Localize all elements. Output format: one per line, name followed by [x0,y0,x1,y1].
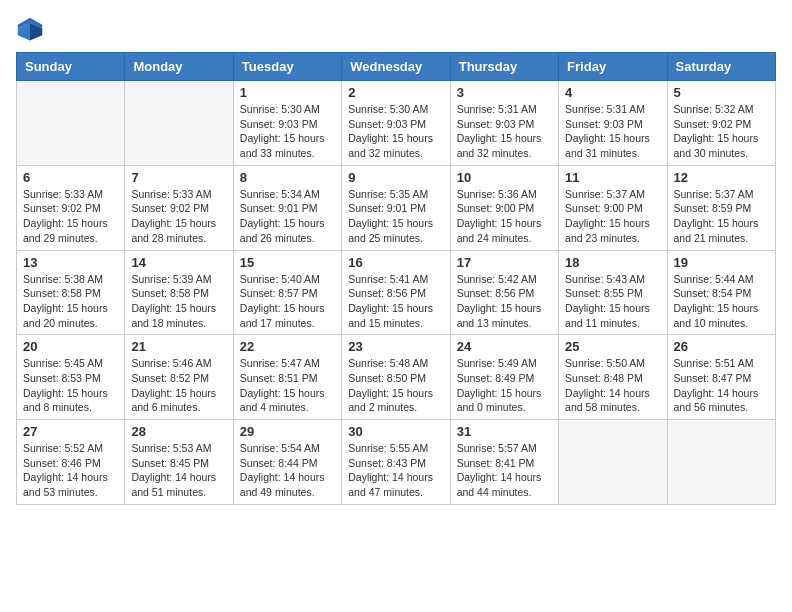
day-number: 11 [565,170,660,185]
day-info: Sunrise: 5:50 AMSunset: 8:48 PMDaylight:… [565,356,660,415]
day-info: Sunrise: 5:40 AMSunset: 8:57 PMDaylight:… [240,272,335,331]
day-number: 16 [348,255,443,270]
day-info: Sunrise: 5:42 AMSunset: 8:56 PMDaylight:… [457,272,552,331]
day-number: 28 [131,424,226,439]
calendar-cell: 21Sunrise: 5:46 AMSunset: 8:52 PMDayligh… [125,335,233,420]
day-info: Sunrise: 5:31 AMSunset: 9:03 PMDaylight:… [457,102,552,161]
day-info: Sunrise: 5:51 AMSunset: 8:47 PMDaylight:… [674,356,769,415]
day-info: Sunrise: 5:52 AMSunset: 8:46 PMDaylight:… [23,441,118,500]
calendar-cell: 15Sunrise: 5:40 AMSunset: 8:57 PMDayligh… [233,250,341,335]
calendar-week-row: 20Sunrise: 5:45 AMSunset: 8:53 PMDayligh… [17,335,776,420]
calendar-cell: 1Sunrise: 5:30 AMSunset: 9:03 PMDaylight… [233,81,341,166]
calendar-cell [667,420,775,505]
day-info: Sunrise: 5:39 AMSunset: 8:58 PMDaylight:… [131,272,226,331]
weekday-header-row: SundayMondayTuesdayWednesdayThursdayFrid… [17,53,776,81]
day-info: Sunrise: 5:43 AMSunset: 8:55 PMDaylight:… [565,272,660,331]
day-info: Sunrise: 5:32 AMSunset: 9:02 PMDaylight:… [674,102,769,161]
logo-icon [16,16,44,44]
calendar-table: SundayMondayTuesdayWednesdayThursdayFrid… [16,52,776,505]
day-info: Sunrise: 5:37 AMSunset: 8:59 PMDaylight:… [674,187,769,246]
day-number: 25 [565,339,660,354]
day-info: Sunrise: 5:53 AMSunset: 8:45 PMDaylight:… [131,441,226,500]
day-info: Sunrise: 5:55 AMSunset: 8:43 PMDaylight:… [348,441,443,500]
calendar-cell: 29Sunrise: 5:54 AMSunset: 8:44 PMDayligh… [233,420,341,505]
calendar-cell: 19Sunrise: 5:44 AMSunset: 8:54 PMDayligh… [667,250,775,335]
day-info: Sunrise: 5:34 AMSunset: 9:01 PMDaylight:… [240,187,335,246]
day-info: Sunrise: 5:31 AMSunset: 9:03 PMDaylight:… [565,102,660,161]
day-number: 1 [240,85,335,100]
day-info: Sunrise: 5:30 AMSunset: 9:03 PMDaylight:… [348,102,443,161]
weekday-header: Friday [559,53,667,81]
calendar-cell: 8Sunrise: 5:34 AMSunset: 9:01 PMDaylight… [233,165,341,250]
day-number: 5 [674,85,769,100]
calendar-cell: 24Sunrise: 5:49 AMSunset: 8:49 PMDayligh… [450,335,558,420]
calendar-week-row: 1Sunrise: 5:30 AMSunset: 9:03 PMDaylight… [17,81,776,166]
day-number: 6 [23,170,118,185]
day-info: Sunrise: 5:48 AMSunset: 8:50 PMDaylight:… [348,356,443,415]
day-info: Sunrise: 5:41 AMSunset: 8:56 PMDaylight:… [348,272,443,331]
day-number: 2 [348,85,443,100]
calendar-cell: 20Sunrise: 5:45 AMSunset: 8:53 PMDayligh… [17,335,125,420]
calendar-cell: 2Sunrise: 5:30 AMSunset: 9:03 PMDaylight… [342,81,450,166]
day-info: Sunrise: 5:35 AMSunset: 9:01 PMDaylight:… [348,187,443,246]
calendar-cell: 31Sunrise: 5:57 AMSunset: 8:41 PMDayligh… [450,420,558,505]
logo [16,16,48,44]
calendar-cell: 22Sunrise: 5:47 AMSunset: 8:51 PMDayligh… [233,335,341,420]
calendar-cell: 12Sunrise: 5:37 AMSunset: 8:59 PMDayligh… [667,165,775,250]
calendar-cell [559,420,667,505]
day-info: Sunrise: 5:33 AMSunset: 9:02 PMDaylight:… [23,187,118,246]
weekday-header: Thursday [450,53,558,81]
calendar-cell: 9Sunrise: 5:35 AMSunset: 9:01 PMDaylight… [342,165,450,250]
calendar-cell: 6Sunrise: 5:33 AMSunset: 9:02 PMDaylight… [17,165,125,250]
weekday-header: Sunday [17,53,125,81]
day-number: 22 [240,339,335,354]
day-info: Sunrise: 5:33 AMSunset: 9:02 PMDaylight:… [131,187,226,246]
day-number: 13 [23,255,118,270]
day-info: Sunrise: 5:44 AMSunset: 8:54 PMDaylight:… [674,272,769,331]
day-number: 26 [674,339,769,354]
weekday-header: Wednesday [342,53,450,81]
calendar-cell: 11Sunrise: 5:37 AMSunset: 9:00 PMDayligh… [559,165,667,250]
day-number: 17 [457,255,552,270]
day-info: Sunrise: 5:57 AMSunset: 8:41 PMDaylight:… [457,441,552,500]
day-number: 9 [348,170,443,185]
calendar-week-row: 27Sunrise: 5:52 AMSunset: 8:46 PMDayligh… [17,420,776,505]
calendar-cell: 5Sunrise: 5:32 AMSunset: 9:02 PMDaylight… [667,81,775,166]
calendar-cell: 18Sunrise: 5:43 AMSunset: 8:55 PMDayligh… [559,250,667,335]
calendar-cell: 26Sunrise: 5:51 AMSunset: 8:47 PMDayligh… [667,335,775,420]
weekday-header: Tuesday [233,53,341,81]
calendar-cell: 10Sunrise: 5:36 AMSunset: 9:00 PMDayligh… [450,165,558,250]
calendar-cell: 27Sunrise: 5:52 AMSunset: 8:46 PMDayligh… [17,420,125,505]
day-number: 27 [23,424,118,439]
day-info: Sunrise: 5:30 AMSunset: 9:03 PMDaylight:… [240,102,335,161]
day-info: Sunrise: 5:49 AMSunset: 8:49 PMDaylight:… [457,356,552,415]
calendar-cell [17,81,125,166]
day-number: 20 [23,339,118,354]
weekday-header: Saturday [667,53,775,81]
day-number: 4 [565,85,660,100]
calendar-cell: 17Sunrise: 5:42 AMSunset: 8:56 PMDayligh… [450,250,558,335]
day-number: 24 [457,339,552,354]
day-info: Sunrise: 5:36 AMSunset: 9:00 PMDaylight:… [457,187,552,246]
day-number: 19 [674,255,769,270]
weekday-header: Monday [125,53,233,81]
calendar-cell: 23Sunrise: 5:48 AMSunset: 8:50 PMDayligh… [342,335,450,420]
day-info: Sunrise: 5:37 AMSunset: 9:00 PMDaylight:… [565,187,660,246]
day-number: 29 [240,424,335,439]
day-number: 15 [240,255,335,270]
day-number: 23 [348,339,443,354]
day-info: Sunrise: 5:47 AMSunset: 8:51 PMDaylight:… [240,356,335,415]
calendar-week-row: 13Sunrise: 5:38 AMSunset: 8:58 PMDayligh… [17,250,776,335]
calendar-cell: 13Sunrise: 5:38 AMSunset: 8:58 PMDayligh… [17,250,125,335]
day-number: 14 [131,255,226,270]
calendar-cell: 30Sunrise: 5:55 AMSunset: 8:43 PMDayligh… [342,420,450,505]
day-number: 10 [457,170,552,185]
calendar-cell: 3Sunrise: 5:31 AMSunset: 9:03 PMDaylight… [450,81,558,166]
day-info: Sunrise: 5:54 AMSunset: 8:44 PMDaylight:… [240,441,335,500]
calendar-cell: 25Sunrise: 5:50 AMSunset: 8:48 PMDayligh… [559,335,667,420]
day-info: Sunrise: 5:38 AMSunset: 8:58 PMDaylight:… [23,272,118,331]
day-number: 8 [240,170,335,185]
day-number: 3 [457,85,552,100]
page-header [16,16,776,44]
calendar-cell: 7Sunrise: 5:33 AMSunset: 9:02 PMDaylight… [125,165,233,250]
